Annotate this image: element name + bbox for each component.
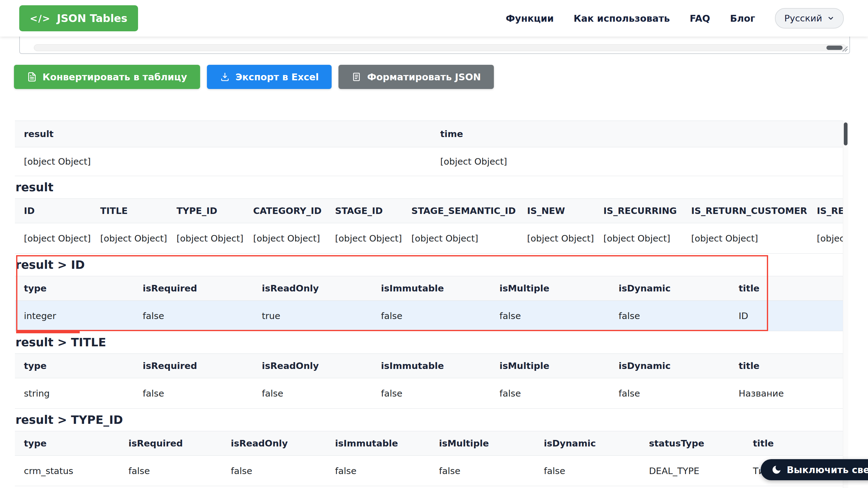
- cell: false: [535, 466, 640, 476]
- column-header: type: [15, 283, 134, 294]
- cell: false: [491, 311, 610, 321]
- column-header: isMultiple: [491, 361, 610, 371]
- vertical-scrollbar-thumb[interactable]: [844, 123, 847, 145]
- json-input-textarea[interactable]: [19, 37, 850, 54]
- nav-link-blog[interactable]: Блог: [730, 13, 755, 24]
- root-table: result time [object Object] [object Obje…: [15, 121, 848, 176]
- horizontal-scrollbar[interactable]: [34, 44, 846, 51]
- column-header: TITLE: [91, 205, 167, 216]
- column-header: time: [431, 129, 848, 139]
- download-icon: [220, 72, 230, 82]
- cell: [object Object]: [326, 233, 402, 244]
- column-header: STAGE_ID: [326, 205, 402, 216]
- moon-icon: [771, 464, 782, 475]
- language-selector[interactable]: Русский: [775, 8, 844, 29]
- column-header: isDynamic: [610, 361, 730, 371]
- result-id-table: type isRequired isReadOnly isImmutable i…: [15, 276, 848, 331]
- table-row: [object Object] [object Object] [object …: [15, 223, 848, 254]
- theme-toggle-button[interactable]: Выключить свет: [761, 459, 868, 480]
- section-heading-result-title: result > TITLE: [15, 331, 848, 353]
- cell: [object Object]: [402, 233, 518, 244]
- nav-link-features[interactable]: Функции: [506, 13, 554, 24]
- code-icon: </>: [30, 13, 51, 24]
- cell: [object Object]: [518, 233, 594, 244]
- nav-menu: Функции Как использовать FAQ Блог Русски…: [506, 8, 844, 29]
- cell: [object Object]: [594, 233, 682, 244]
- theme-toggle-label: Выключить свет: [787, 464, 868, 475]
- table-header-row: ID TITLE TYPE_ID CATEGORY_ID STAGE_ID ST…: [15, 198, 848, 223]
- nav-link-faq[interactable]: FAQ: [690, 13, 710, 24]
- column-header: isImmutable: [372, 283, 491, 294]
- cell: [object Object]: [15, 233, 91, 244]
- column-header: ID: [15, 205, 91, 216]
- cell: [object Object]: [682, 233, 808, 244]
- page: </> JSON Tables Функции Как использовать…: [0, 0, 868, 488]
- brand-title: JSON Tables: [57, 12, 127, 25]
- table-header-row: type isRequired isReadOnly isImmutable i…: [15, 431, 848, 456]
- cell: [object Object]: [15, 156, 431, 167]
- table-header-row: result time: [15, 121, 848, 147]
- cell: false: [134, 311, 253, 321]
- column-header: type: [15, 438, 119, 449]
- cell: false: [253, 388, 372, 399]
- column-header: result: [15, 129, 431, 139]
- column-header: isRequired: [119, 438, 222, 449]
- cell: false: [372, 311, 491, 321]
- cell: DEAL_TYPE: [640, 466, 744, 476]
- column-header: TYPE_ID: [167, 205, 244, 216]
- cell: false: [222, 466, 326, 476]
- section-heading-result-id: result > ID: [15, 254, 848, 276]
- convert-to-table-button[interactable]: Конвертировать в таблицу: [14, 65, 200, 89]
- column-header: isMultiple: [491, 283, 610, 294]
- cell: false: [610, 311, 730, 321]
- column-header: title: [730, 361, 848, 371]
- table-row: crm_status false false false false false…: [15, 456, 848, 486]
- nav-link-how-to-use[interactable]: Как использовать: [574, 13, 670, 24]
- brand-button[interactable]: </> JSON Tables: [19, 5, 138, 31]
- column-header: title: [744, 438, 848, 449]
- table-row: [object Object] [object Object]: [15, 147, 848, 176]
- chevron-down-icon: [827, 14, 835, 22]
- cell: false: [610, 388, 730, 399]
- column-header: isImmutable: [326, 438, 430, 449]
- table-row-highlighted: integer false true false false false ID: [15, 301, 848, 331]
- cell: false: [326, 466, 430, 476]
- vertical-scrollbar[interactable]: [843, 121, 848, 488]
- cell: false: [491, 388, 610, 399]
- table-row: string false false false false false Наз…: [15, 378, 848, 409]
- column-header: isImmutable: [372, 361, 491, 371]
- cell: [object Object]: [167, 233, 244, 244]
- navbar: </> JSON Tables Функции Как использовать…: [0, 0, 868, 37]
- cell: ID: [730, 311, 848, 321]
- column-header: IS_RETURN_CUSTOMER: [682, 205, 808, 216]
- cell: [object Object]: [91, 233, 167, 244]
- export-to-excel-button[interactable]: Экспорт в Excel: [207, 65, 332, 89]
- document-lines-icon: [351, 72, 362, 82]
- result-table: ID TITLE TYPE_ID CATEGORY_ID STAGE_ID ST…: [15, 198, 848, 254]
- cell: false: [134, 388, 253, 399]
- document-icon: [27, 72, 37, 82]
- column-header: isRequired: [134, 283, 253, 294]
- table-header-row: type isRequired isReadOnly isImmutable i…: [15, 353, 848, 378]
- column-header: IS_NEW: [518, 205, 594, 216]
- cell: false: [372, 388, 491, 399]
- cell: Название: [730, 388, 848, 399]
- column-header: IS_REPEATED_APPROACH: [808, 205, 848, 216]
- column-header: isDynamic: [610, 283, 730, 294]
- column-header: isMultiple: [430, 438, 535, 449]
- column-header: isDynamic: [535, 438, 640, 449]
- section-heading-result: result: [15, 176, 848, 198]
- resize-grip-icon[interactable]: [839, 43, 848, 52]
- format-json-button[interactable]: Форматировать JSON: [338, 65, 494, 89]
- red-highlight-underline: [16, 331, 80, 333]
- export-button-label: Экспорт в Excel: [236, 72, 319, 83]
- result-type-id-table: type isRequired isReadOnly isImmutable i…: [15, 431, 848, 486]
- cell: [object Object]: [431, 156, 848, 167]
- section-heading-result-type-id: result > TYPE_ID: [15, 409, 848, 431]
- cell: [object Object]: [244, 233, 326, 244]
- format-button-label: Форматировать JSON: [367, 72, 481, 83]
- cell: false: [119, 466, 222, 476]
- cell: true: [253, 311, 372, 321]
- column-header: IS_RECURRING: [594, 205, 682, 216]
- results-panel: result time [object Object] [object Obje…: [15, 121, 848, 488]
